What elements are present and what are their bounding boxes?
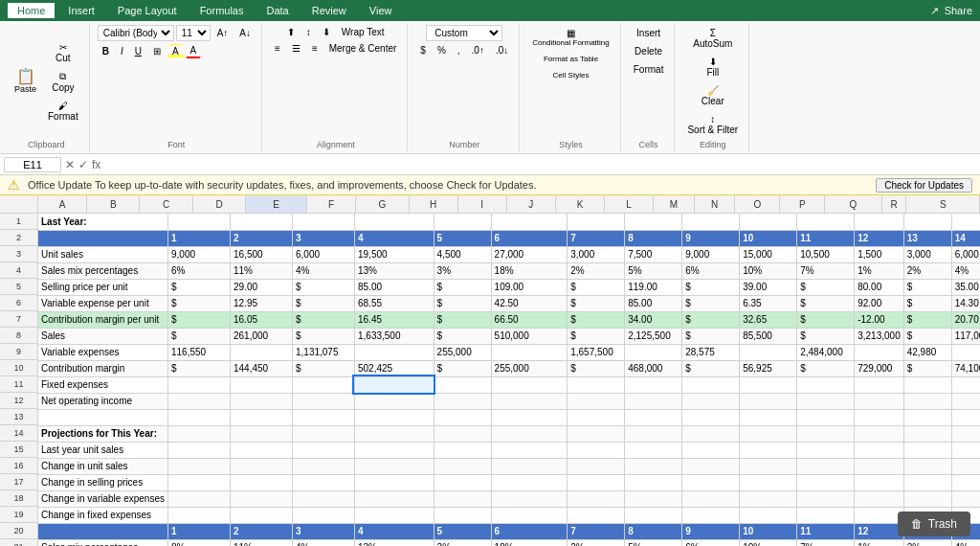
cell-N11[interactable]	[903, 376, 951, 393]
cell-K11[interactable]	[740, 376, 797, 393]
cell-H13[interactable]	[568, 409, 625, 425]
cell-I17[interactable]	[625, 474, 682, 490]
cell-I4[interactable]: 5%	[625, 262, 682, 279]
cell-D15[interactable]	[292, 442, 354, 458]
row-header-2[interactable]: 2	[0, 230, 37, 246]
cell-G1[interactable]	[491, 214, 568, 230]
cell-K1[interactable]	[740, 214, 797, 230]
cell-C13[interactable]	[230, 409, 292, 425]
cell-B16[interactable]	[167, 458, 230, 474]
cell-I15[interactable]	[625, 442, 682, 458]
cell-K19[interactable]	[740, 507, 797, 523]
cell-L2[interactable]: 11	[797, 230, 855, 246]
cell-B7[interactable]: $	[167, 311, 230, 328]
cell-K2[interactable]: 10	[740, 230, 797, 246]
cell-B9[interactable]: 116,550	[167, 344, 230, 360]
cell-N5[interactable]: $	[903, 279, 951, 295]
cell-E15[interactable]	[354, 442, 434, 458]
cell-M7[interactable]: -12.00	[855, 311, 904, 328]
cell-G3[interactable]: 27,000	[491, 246, 568, 262]
cell-F13[interactable]	[434, 409, 491, 425]
tab-home[interactable]: Home	[8, 3, 55, 18]
cell-A10[interactable]: Contribution margin	[38, 360, 167, 376]
col-header-I[interactable]: I	[458, 195, 507, 213]
row-header-15[interactable]: 15	[0, 442, 37, 458]
tab-formulas[interactable]: Formulas	[190, 3, 254, 18]
cell-N13[interactable]	[903, 409, 951, 425]
cell-O9[interactable]	[951, 344, 980, 360]
cell-K5[interactable]: 39.00	[740, 279, 797, 295]
cell-E9[interactable]	[354, 344, 434, 360]
cell-G9[interactable]	[491, 344, 568, 360]
cell-I9[interactable]	[625, 344, 682, 360]
cell-M4[interactable]: 1%	[855, 262, 904, 279]
cell-L5[interactable]: $	[797, 279, 855, 295]
cell-C11[interactable]	[230, 376, 292, 393]
align-bottom-button[interactable]: ⬇	[318, 25, 335, 39]
row-header-17[interactable]: 17	[0, 474, 37, 490]
cell-H21[interactable]: 2%	[568, 539, 625, 546]
cell-H16[interactable]	[568, 458, 625, 474]
clear-button[interactable]: 🧹 Clear	[697, 82, 729, 109]
cell-N3[interactable]: 3,000	[903, 246, 951, 262]
cell-N7[interactable]: $	[903, 311, 951, 328]
col-header-G[interactable]: G	[356, 195, 409, 213]
cell-N9[interactable]: 42,980	[903, 344, 951, 360]
cell-A18[interactable]: Change in variable expenses	[38, 490, 167, 507]
cell-N21[interactable]: 2%	[903, 539, 951, 546]
cell-B18[interactable]	[167, 490, 230, 507]
col-header-L[interactable]: L	[605, 195, 654, 213]
cell-L12[interactable]	[797, 393, 855, 409]
cell-H4[interactable]: 2%	[568, 262, 625, 279]
cell-F16[interactable]	[434, 458, 491, 474]
formula-cancel[interactable]: ✕	[65, 158, 75, 171]
cell-O12[interactable]	[951, 393, 980, 409]
cell-E1[interactable]	[354, 214, 434, 230]
cell-E8[interactable]: 1,633,500	[354, 328, 434, 344]
comma-button[interactable]: ,	[453, 43, 465, 57]
cell-L10[interactable]: $	[797, 360, 855, 376]
cell-L14[interactable]	[797, 425, 855, 442]
cell-E2[interactable]: 4	[354, 230, 434, 246]
cell-B10[interactable]: $	[167, 360, 230, 376]
cell-M12[interactable]	[855, 393, 904, 409]
cell-D17[interactable]	[292, 474, 354, 490]
cell-L4[interactable]: 7%	[797, 262, 855, 279]
cell-C1[interactable]	[230, 214, 292, 230]
cell-K14[interactable]	[740, 425, 797, 442]
cell-K10[interactable]: 56,925	[740, 360, 797, 376]
cell-D3[interactable]: 6,000	[292, 246, 354, 262]
col-header-O[interactable]: O	[735, 195, 780, 213]
cell-M6[interactable]: 92.00	[855, 295, 904, 311]
cell-M19[interactable]	[855, 507, 904, 523]
row-header-21[interactable]: 21	[0, 539, 37, 546]
cell-G14[interactable]	[491, 425, 568, 442]
cell-F7[interactable]: $	[434, 311, 491, 328]
cell-N16[interactable]	[903, 458, 951, 474]
cell-B21[interactable]: 8%	[167, 539, 230, 546]
cell-O3[interactable]: 6,000	[951, 246, 980, 262]
cell-J13[interactable]	[682, 409, 740, 425]
border-button[interactable]: ⊞	[148, 44, 166, 58]
cell-A5[interactable]: Selling price per unit	[38, 279, 167, 295]
cell-D4[interactable]: 4%	[292, 262, 354, 279]
cell-D18[interactable]	[292, 490, 354, 507]
cell-O4[interactable]: 4%	[951, 262, 980, 279]
cell-A12[interactable]: Net operating income	[38, 393, 167, 409]
cell-K12[interactable]	[740, 393, 797, 409]
cell-B6[interactable]: $	[167, 295, 230, 311]
col-header-R[interactable]: R	[882, 195, 907, 213]
col-header-J[interactable]: J	[507, 195, 556, 213]
align-right-button[interactable]: ≡	[307, 41, 323, 56]
cell-E21[interactable]: 13%	[354, 539, 434, 546]
cell-C18[interactable]	[230, 490, 292, 507]
cell-H6[interactable]: $	[568, 295, 625, 311]
cell-O1[interactable]	[951, 214, 980, 230]
cell-G19[interactable]	[491, 507, 568, 523]
cell-M15[interactable]	[855, 442, 904, 458]
cell-J15[interactable]	[682, 442, 740, 458]
cell-M16[interactable]	[855, 458, 904, 474]
cell-I14[interactable]	[625, 425, 682, 442]
cell-E5[interactable]: 85.00	[354, 279, 434, 295]
cell-A4[interactable]: Sales mix percentages	[38, 262, 167, 279]
